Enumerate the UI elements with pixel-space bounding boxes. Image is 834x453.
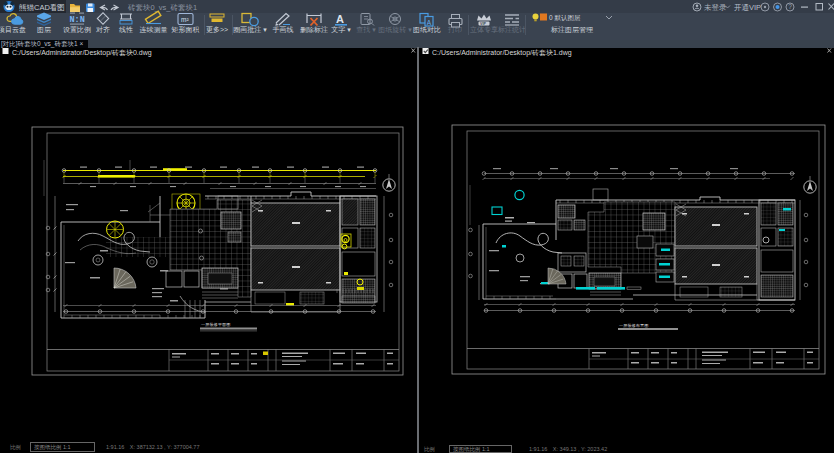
svg-text:一层装修布置图: 一层装修布置图: [619, 323, 648, 328]
svg-text:一层装修平面图: 一层装修平面图: [201, 322, 230, 327]
